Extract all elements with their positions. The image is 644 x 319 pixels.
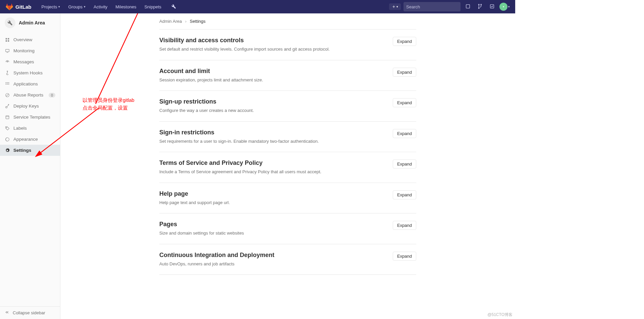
expand-button[interactable]: Expand — [393, 221, 416, 230]
expand-button[interactable]: Expand — [393, 190, 416, 199]
issues-icon-button[interactable] — [463, 2, 473, 11]
breadcrumb-current: Settings — [190, 19, 206, 24]
expand-button[interactable]: Expand — [393, 68, 416, 77]
nav-links: Projects▾ Groups▾ Activity Milestones Sn… — [38, 2, 165, 11]
settings-section: Continuous Integration and Deployment Au… — [159, 244, 416, 275]
gear-icon — [5, 148, 10, 153]
admin-wrench-button[interactable] — [169, 3, 179, 11]
sidebar-context-header[interactable]: Admin Area — [0, 13, 60, 33]
sidebar-item-label: Settings — [13, 148, 31, 153]
todo-icon — [489, 4, 495, 9]
svg-rect-19 — [8, 82, 9, 83]
gitlab-icon — [5, 3, 13, 11]
svg-rect-26 — [6, 116, 9, 119]
sidebar-item-service-templates[interactable]: Service Templates — [0, 112, 60, 123]
nav-snippets[interactable]: Snippets — [141, 2, 165, 11]
svg-point-8 — [503, 6, 504, 7]
key-icon — [5, 104, 10, 109]
svg-rect-2 — [466, 4, 470, 8]
nav-groups[interactable]: Groups▾ — [65, 2, 89, 11]
nav-activity[interactable]: Activity — [90, 2, 111, 11]
svg-point-4 — [481, 4, 482, 5]
settings-section: Visibility and access controls Set defau… — [159, 29, 416, 60]
merge-requests-icon-button[interactable] — [475, 2, 485, 11]
appearance-icon — [5, 137, 10, 142]
merge-request-icon — [477, 4, 483, 9]
svg-rect-10 — [8, 38, 9, 39]
apps-icon — [5, 82, 10, 86]
svg-line-24 — [6, 93, 9, 96]
wrench-icon — [171, 4, 176, 9]
section-title: Help page — [159, 190, 386, 197]
todos-icon-button[interactable] — [487, 2, 497, 11]
search-input[interactable] — [406, 4, 463, 9]
nav-projects[interactable]: Projects▾ — [38, 2, 64, 11]
section-description: Set requirements for a user to sign-in. … — [159, 138, 386, 145]
overview-icon — [5, 38, 10, 42]
sidebar-item-label: Monitoring — [13, 48, 35, 53]
section-description: Auto DevOps, runners and job artifacts — [159, 261, 386, 267]
user-menu[interactable]: ▾ — [499, 3, 510, 11]
top-navbar: GitLab Projects▾ Groups▾ Activity Milest… — [0, 0, 515, 13]
sidebar-item-labels[interactable]: Labels — [0, 123, 60, 134]
sidebar-item-messages[interactable]: Messages — [0, 56, 60, 67]
sidebar-item-monitoring[interactable]: Monitoring — [0, 45, 60, 56]
admin-sidebar: Admin Area Overview Monitoring Messages … — [0, 13, 60, 319]
svg-rect-11 — [6, 40, 7, 42]
section-description: Size and domain settings for static webs… — [159, 230, 386, 237]
section-title: Sign-up restrictions — [159, 98, 386, 105]
svg-rect-17 — [6, 82, 6, 83]
sidebar-title: Admin Area — [19, 20, 45, 25]
settings-section: Sign-up restrictions Configure the way a… — [159, 91, 416, 122]
sidebar-item-overview[interactable]: Overview — [0, 34, 60, 45]
svg-rect-18 — [7, 82, 8, 83]
sidebar-item-label: Deploy Keys — [13, 104, 39, 109]
sidebar-item-appearance[interactable]: Appearance — [0, 134, 60, 145]
svg-point-28 — [6, 127, 7, 128]
expand-button[interactable]: Expand — [393, 252, 416, 261]
section-title: Pages — [159, 221, 386, 228]
sidebar-item-abuse-reports[interactable]: Abuse Reports0 — [0, 89, 60, 101]
section-description: Session expiration, projects limit and a… — [159, 77, 386, 83]
plus-icon — [392, 5, 396, 9]
sidebar-item-system-hooks[interactable]: System Hooks — [0, 67, 60, 78]
sidebar-item-settings[interactable]: Settings — [0, 145, 60, 156]
section-title: Account and limit — [159, 68, 386, 75]
search-box[interactable] — [404, 2, 461, 11]
section-title: Visibility and access controls — [159, 37, 386, 44]
svg-rect-21 — [7, 83, 8, 84]
abuse-icon — [5, 93, 10, 98]
sidebar-item-applications[interactable]: Applications — [0, 78, 60, 89]
svg-rect-20 — [6, 83, 6, 84]
gitlab-logo[interactable]: GitLab — [5, 3, 32, 11]
expand-button[interactable]: Expand — [393, 37, 416, 46]
section-description: Help page text and support page url. — [159, 199, 386, 206]
sidebar-nav: Overview Monitoring Messages System Hook… — [0, 33, 60, 157]
hook-icon — [5, 71, 10, 75]
settings-section: Sign-in restrictions Set requirements fo… — [159, 122, 416, 152]
labels-icon — [5, 126, 10, 131]
wrench-icon — [5, 17, 15, 28]
new-button[interactable]: ▾ — [389, 3, 401, 10]
svg-point-15 — [7, 62, 7, 62]
breadcrumb-separator: › — [185, 19, 186, 24]
main-content: Admin Area › Settings Visibility and acc… — [60, 13, 515, 319]
template-icon — [5, 115, 10, 120]
breadcrumb-admin-link[interactable]: Admin Area — [159, 19, 182, 24]
collapse-sidebar-button[interactable]: Collapse sidebar — [0, 306, 60, 319]
nav-milestones[interactable]: Milestones — [112, 2, 140, 11]
sidebar-item-label: System Hooks — [13, 70, 43, 75]
settings-section: Pages Size and domain settings for stati… — [159, 213, 416, 244]
sidebar-item-label: Appearance — [13, 137, 38, 142]
chevron-down-icon: ▾ — [58, 5, 60, 8]
svg-point-25 — [6, 106, 7, 108]
expand-button[interactable]: Expand — [393, 160, 416, 169]
navbar-right: ▾ ▾ — [389, 2, 510, 11]
collapse-icon — [5, 310, 9, 316]
sidebar-item-deploy-keys[interactable]: Deploy Keys — [0, 101, 60, 112]
breadcrumb: Admin Area › Settings — [159, 18, 416, 29]
svg-rect-13 — [6, 49, 9, 52]
sidebar-item-label: Labels — [13, 126, 27, 131]
expand-button[interactable]: Expand — [393, 129, 416, 138]
expand-button[interactable]: Expand — [393, 98, 416, 107]
